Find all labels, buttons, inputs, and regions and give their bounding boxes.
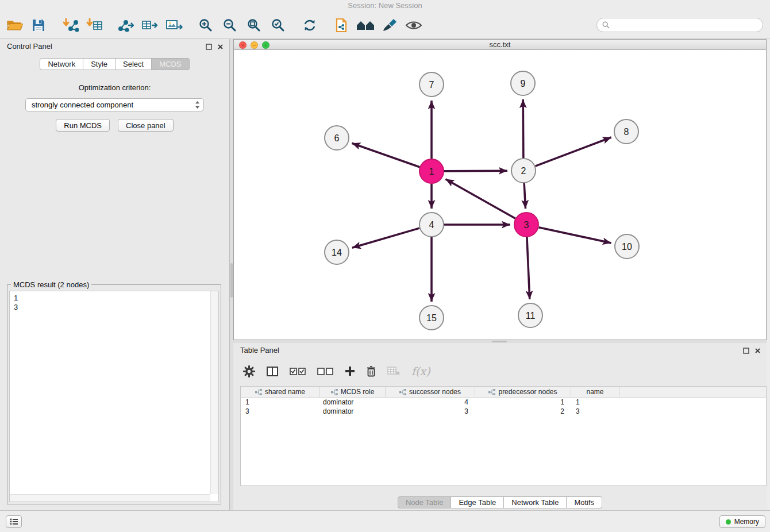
control-panel-header: Control Panel	[0, 39, 229, 54]
edge-2-3[interactable]	[524, 183, 525, 209]
node-15[interactable]: 15	[419, 306, 444, 330]
svg-text:2: 2	[521, 166, 526, 176]
style-brush-button[interactable]	[378, 14, 402, 36]
svg-text:14: 14	[332, 248, 342, 257]
delete-column-button[interactable]	[387, 363, 400, 380]
zoom-selected-button[interactable]	[266, 14, 290, 36]
edge-3-1[interactable]	[445, 179, 515, 218]
tab-motifs[interactable]: Motifs	[567, 496, 602, 508]
refresh-button[interactable]	[298, 14, 322, 36]
zoom-selected-icon	[271, 18, 286, 33]
node-8[interactable]: 8	[614, 119, 638, 144]
zoom-window-button[interactable]: +	[262, 41, 270, 49]
show-graphics-button[interactable]	[402, 14, 426, 36]
edge-2-8[interactable]	[536, 137, 611, 166]
node-3[interactable]: 3	[514, 213, 538, 237]
mcds-result-list[interactable]: 1 3	[9, 291, 219, 502]
node-11[interactable]: 11	[518, 303, 542, 327]
node-14[interactable]: 14	[325, 240, 349, 264]
node-10[interactable]: 10	[615, 234, 639, 259]
tab-node-table[interactable]: Node Table	[398, 496, 452, 508]
node-table: shared name MCDS role successor nodes	[240, 386, 767, 486]
column-header-name[interactable]: name	[571, 387, 619, 397]
new-document-button[interactable]	[329, 14, 353, 36]
search-box[interactable]	[596, 18, 763, 32]
splitter-thumb[interactable]	[492, 341, 507, 342]
tab-edge-table[interactable]: Edge Table	[451, 496, 504, 508]
edge-2-9[interactable]	[523, 99, 523, 158]
tab-network[interactable]: Network	[40, 58, 83, 70]
zoom-out-button[interactable]	[218, 14, 242, 36]
column-header-shared-name[interactable]: shared name	[241, 387, 320, 397]
import-network-icon	[61, 18, 79, 33]
edge-3-10[interactable]	[538, 228, 611, 243]
cell-successor-nodes: 4	[386, 398, 475, 406]
delete-row-icon	[367, 366, 376, 377]
tab-network-table[interactable]: Network Table	[504, 496, 567, 508]
open-session-icon	[6, 18, 23, 32]
result-vertical-scrollbar[interactable]	[210, 291, 218, 494]
export-table-button[interactable]	[138, 14, 162, 36]
run-mcds-button[interactable]: Run MCDS	[56, 119, 110, 132]
node-7[interactable]: 7	[419, 72, 444, 97]
cell-mcds-role: dominator	[320, 398, 386, 406]
node-4[interactable]: 4	[419, 213, 444, 237]
float-table-panel-button[interactable]	[742, 347, 750, 354]
column-header-successor-nodes[interactable]: successor nodes	[386, 387, 475, 397]
zoom-in-button[interactable]	[194, 14, 218, 36]
node-2[interactable]: 2	[511, 159, 536, 183]
network-window: × − + scc.txt 7968124314101511	[233, 39, 767, 340]
edge-1-2[interactable]	[444, 171, 507, 171]
close-window-button[interactable]: ×	[239, 41, 247, 49]
add-row-button[interactable]	[345, 363, 355, 380]
app-title: Session: New Session	[348, 1, 422, 10]
close-mcds-panel-button[interactable]: Close panel	[118, 119, 174, 132]
select-arrows-icon	[195, 101, 200, 109]
column-header-filler	[619, 387, 766, 397]
delete-row-button[interactable]	[367, 363, 376, 380]
zoom-fit-button[interactable]	[242, 14, 266, 36]
toolbar-separator	[322, 25, 329, 25]
task-history-button[interactable]	[6, 515, 22, 528]
tab-select[interactable]: Select	[116, 58, 152, 70]
export-image-button[interactable]	[162, 14, 186, 36]
table-settings-button[interactable]	[243, 363, 255, 380]
import-table-button[interactable]	[82, 14, 106, 36]
deselect-all-button[interactable]	[317, 363, 333, 380]
export-image-icon	[165, 18, 183, 32]
node-6[interactable]: 6	[325, 126, 349, 150]
home-button[interactable]	[353, 14, 378, 36]
close-panel-button[interactable]	[217, 43, 224, 51]
node-9[interactable]: 9	[511, 71, 535, 95]
function-builder-button[interactable]: f(x)	[411, 363, 430, 380]
tab-mcds[interactable]: MCDS	[152, 58, 189, 70]
import-network-button[interactable]	[58, 14, 82, 36]
split-column-button[interactable]	[267, 363, 278, 380]
optimization-select[interactable]: strongly connected component	[25, 98, 204, 111]
close-table-panel-button[interactable]	[754, 347, 761, 354]
export-table-icon	[141, 18, 159, 33]
column-header-predecessor-nodes[interactable]: predecessor nodes	[475, 387, 571, 397]
result-horizontal-scrollbar[interactable]	[10, 494, 210, 502]
edge-3-11[interactable]	[527, 237, 530, 299]
memory-button[interactable]: Memory	[719, 515, 765, 528]
minimize-window-button[interactable]: −	[251, 41, 258, 49]
save-session-button[interactable]	[26, 14, 51, 36]
column-header-mcds-role[interactable]: MCDS role	[320, 387, 386, 397]
table-toolbar: f(x)	[233, 358, 767, 384]
tab-style[interactable]: Style	[83, 58, 116, 70]
edge-1-6[interactable]	[352, 143, 419, 167]
select-all-button[interactable]	[290, 363, 306, 380]
float-panel-button[interactable]	[205, 43, 213, 51]
open-session-button[interactable]	[2, 14, 26, 36]
table-row[interactable]: 1 dominator 4 1 1	[241, 398, 766, 407]
search-input[interactable]	[610, 20, 763, 31]
network-canvas[interactable]: 7968124314101511	[234, 50, 767, 341]
mcds-buttons: Run MCDS Close panel	[0, 119, 229, 132]
edge-4-14[interactable]	[352, 228, 419, 248]
splitter-thumb[interactable]	[230, 263, 233, 298]
cell-name: 3	[571, 407, 619, 415]
node-1[interactable]: 1	[419, 159, 444, 183]
export-network-button[interactable]	[114, 14, 138, 36]
table-row[interactable]: 3 dominator 3 2 3	[241, 407, 766, 416]
